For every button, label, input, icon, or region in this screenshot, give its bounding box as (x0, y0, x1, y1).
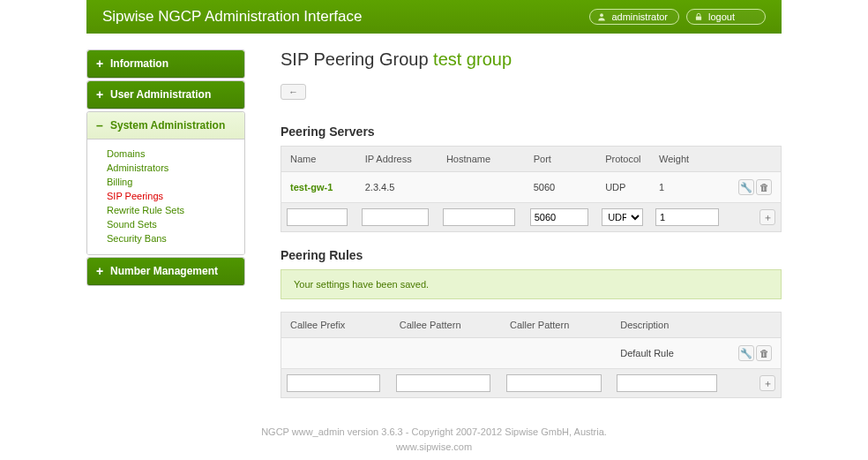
col-description: Description (611, 313, 728, 338)
footer-line2: www.sipwise.com (0, 440, 868, 455)
sidebar-item-sound-sets[interactable]: Sound Sets (107, 217, 244, 231)
sidebar-item-rewrite-rule-sets[interactable]: Rewrite Rule Sets (107, 203, 244, 217)
nav-section-user-administration[interactable]: +User Administration (87, 81, 244, 109)
col-weight: Weight (650, 147, 728, 172)
sidebar-item-domains[interactable]: Domains (107, 147, 244, 161)
rule-add-row: ＋ (281, 369, 782, 398)
app-title: Sipwise NGCP Administration Interface (102, 8, 582, 26)
rule-input-callee_pattern[interactable] (396, 374, 491, 392)
server-select-protocol[interactable]: UDP (602, 208, 642, 226)
add-icon[interactable]: ＋ (760, 209, 775, 225)
rule-caller_pattern (501, 338, 611, 369)
user-icon (597, 12, 606, 21)
server-input-port[interactable] (530, 208, 588, 226)
svg-rect-1 (696, 16, 701, 19)
servers-heading: Peering Servers (281, 124, 782, 139)
expand-icon: + (96, 58, 107, 69)
expand-icon: + (96, 266, 107, 276)
server-weight: 1 (650, 172, 728, 203)
footer-line1: NGCP www_admin version 3.6.3 - Copyright… (0, 425, 868, 440)
nav-section-label: Number Management (110, 265, 218, 277)
page-title: SIP Peering Group test group (281, 49, 782, 70)
delete-icon[interactable]: 🗑 (756, 179, 772, 195)
rule-input-callee_prefix[interactable] (287, 374, 380, 392)
main-content: SIP Peering Group test group ← Peering S… (281, 49, 782, 398)
server-ip: 2.3.4.5 (356, 172, 438, 203)
lock-icon (694, 12, 703, 21)
server-add-row: UDP＋ (281, 203, 782, 232)
rule-input-description[interactable] (617, 374, 717, 392)
nav-section-label: Information (110, 57, 168, 70)
col-name: Name (281, 147, 356, 172)
nav-section-label: User Administration (110, 88, 211, 101)
rule-input-caller_pattern[interactable] (506, 374, 602, 392)
sidebar: +Information+User Administration–System … (86, 49, 245, 398)
server-input-weight[interactable] (655, 208, 719, 226)
server-input-name[interactable] (287, 208, 348, 226)
add-icon[interactable]: ＋ (760, 375, 775, 391)
rule-description: Default Rule (611, 338, 728, 369)
server-name: test-gw-1 (281, 172, 356, 203)
nav-section-label: System Administration (110, 119, 225, 132)
rule-callee_prefix (281, 338, 391, 369)
page-title-prefix: SIP Peering Group (281, 49, 433, 69)
col-ip-address: IP Address (356, 147, 438, 172)
expand-icon: + (96, 89, 107, 100)
col-hostname: Hostname (438, 147, 525, 172)
logout-pill[interactable]: logout (686, 9, 766, 25)
server-input-hostname[interactable] (443, 208, 516, 226)
back-button[interactable]: ← (281, 84, 306, 100)
sidebar-item-sip-peerings[interactable]: SIP Peerings (107, 189, 244, 203)
server-protocol: UDP (596, 172, 650, 203)
nav-section-system-administration[interactable]: –System Administration (87, 112, 244, 140)
nav-section-number-management[interactable]: +Number Management (87, 258, 244, 285)
collapse-icon: – (96, 120, 107, 131)
col-callee-prefix: Callee Prefix (281, 313, 391, 338)
rules-heading: Peering Rules (281, 248, 782, 262)
user-label: administrator (611, 11, 668, 22)
rule-row: Default Rule🔧🗑 (281, 338, 782, 369)
sidebar-item-administrators[interactable]: Administrators (107, 161, 244, 175)
edit-icon[interactable]: 🔧 (738, 345, 754, 361)
delete-icon[interactable]: 🗑 (756, 345, 772, 361)
sidebar-item-billing[interactable]: Billing (107, 175, 244, 189)
rules-table: Callee PrefixCallee PatternCaller Patter… (281, 312, 782, 398)
col-callee-pattern: Callee Pattern (391, 313, 501, 338)
svg-point-0 (601, 13, 604, 17)
server-hostname (438, 172, 525, 203)
nav-section-information[interactable]: +Information (87, 50, 244, 78)
logout-label: logout (708, 11, 735, 22)
user-pill[interactable]: administrator (589, 9, 679, 25)
servers-table: NameIP AddressHostnamePortProtocolWeight… (281, 146, 782, 232)
footer: NGCP www_admin version 3.6.3 - Copyright… (0, 425, 868, 454)
edit-icon[interactable]: 🔧 (738, 179, 754, 195)
rule-callee_pattern (391, 338, 501, 369)
col-port: Port (525, 147, 596, 172)
server-input-ip[interactable] (362, 208, 429, 226)
save-notice: Your settings have been saved. (281, 269, 782, 299)
col-protocol: Protocol (596, 147, 650, 172)
col-caller-pattern: Caller Pattern (501, 313, 611, 338)
sidebar-item-security-bans[interactable]: Security Bans (107, 231, 244, 245)
app-header: Sipwise NGCP Administration Interface ad… (86, 0, 782, 34)
server-row: test-gw-12.3.4.55060UDP1🔧🗑 (281, 172, 782, 203)
server-port: 5060 (525, 172, 596, 203)
group-name: test group (433, 49, 512, 69)
